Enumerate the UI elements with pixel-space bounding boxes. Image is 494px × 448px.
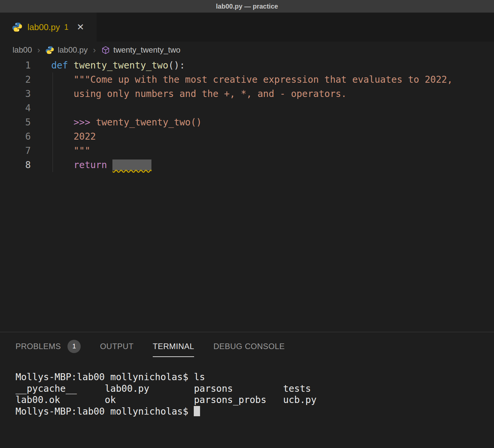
terminal-line: lab00.ok ok parsons_probs ucb.py [16,394,494,406]
code-line-content: def twenty_twenty_two(): [31,58,185,72]
code-token [68,60,74,71]
terminal[interactable]: Mollys-MBP:lab00 mollynicholas$ ls__pyca… [0,361,494,417]
code-token [51,159,73,170]
line-number: 8 [0,158,31,172]
tab-problem-count: 1 [64,23,68,32]
code-line-content: """ [31,144,90,158]
panel-tab-label: PROBLEMS [16,342,61,351]
tab-lab00py[interactable]: lab00.py 1 ✕ [0,13,97,42]
vscode-window: lab00.py — practice lab00.py 1 ✕ lab00 › [0,0,494,417]
code-line-content [31,101,51,115]
code-token [51,74,73,85]
tab-label: lab00.py [27,22,60,32]
code-token: twenty_twenty_two() [96,117,202,128]
chevron-right-icon: › [93,45,96,55]
terminal-text: Mollys-MBP:lab00 mollynicholas$ ls [16,372,205,382]
terminal-line: Mollys-MBP:lab00 mollynicholas$ ls [16,372,494,383]
code-token [107,159,113,170]
terminal-line: __pycache__ lab00.py parsons tests [16,383,494,395]
line-number: 1 [0,58,31,72]
code-lines: 1def twenty_twenty_two():2 """Come up wi… [0,58,494,172]
code-token: 2022 [73,131,96,142]
chevron-right-icon: › [37,45,40,55]
code-token: """ [73,145,90,156]
terminal-cursor [194,406,200,416]
snippet-placeholder [112,159,151,170]
code-token: return [73,159,107,170]
panel-tab-debug-console[interactable]: DEBUG CONSOLE [213,336,285,357]
bottom-panel: PROBLEMS1OUTPUTTERMINALDEBUG CONSOLE Mol… [0,332,494,417]
terminal-text: Mollys-MBP:lab00 mollynicholas$ [16,406,194,417]
problems-count-badge: 1 [67,340,81,353]
terminal-text: __pycache__ lab00.py parsons tests [16,383,311,394]
line-number: 2 [0,72,31,87]
code-token [90,117,96,128]
panel-tab-label: DEBUG CONSOLE [213,342,285,351]
code-line-content: >>> twenty_twenty_two() [31,115,202,129]
code-line-content: using only numbers and the +, *, and - o… [31,87,347,101]
line-number: 5 [0,115,31,129]
panel-tab-label: OUTPUT [100,342,134,351]
code-token: twenty_twenty_two [73,60,168,71]
code-token: def [51,60,68,71]
code-token [51,117,73,128]
code-line: 1def twenty_twenty_two(): [0,58,494,72]
titlebar: lab00.py — practice [0,0,494,13]
panel-tab-bar: PROBLEMS1OUTPUTTERMINALDEBUG CONSOLE [0,332,494,361]
line-number: 6 [0,129,31,144]
code-token: (): [168,60,185,71]
code-line: 6 2022 [0,129,494,144]
breadcrumb-symbol[interactable]: twenty_twenty_two [113,45,181,55]
code-line: 5 >>> twenty_twenty_two() [0,115,494,129]
panel-tab-output[interactable]: OUTPUT [100,336,134,357]
python-icon [45,46,54,55]
code-line: 8 return [0,158,494,172]
code-line: 3 using only numbers and the +, *, and -… [0,87,494,101]
code-line-content: 2022 [31,129,96,144]
code-line: 4 [0,101,494,115]
breadcrumb-file[interactable]: lab00.py [58,45,88,55]
close-icon[interactable]: ✕ [77,22,84,32]
window-title: lab00.py — practice [216,3,278,10]
python-icon [12,22,22,32]
code-line: 7 """ [0,144,494,158]
code-token [51,88,73,99]
tab-bar: lab00.py 1 ✕ [0,13,494,42]
code-token [51,131,73,142]
indent-guide [53,72,53,172]
code-token: """Come up with the most creative expres… [73,74,452,85]
code-line: 2 """Come up with the most creative expr… [0,72,494,87]
code-token [51,145,73,156]
terminal-text: lab00.ok ok parsons_probs ucb.py [16,394,316,405]
code-token: using only numbers and the +, *, and - o… [73,88,347,99]
symbol-cube-icon [101,46,110,55]
line-number: 4 [0,101,31,115]
line-number: 3 [0,87,31,101]
code-editor[interactable]: 1def twenty_twenty_two():2 """Come up wi… [0,58,494,332]
breadcrumb-folder[interactable]: lab00 [13,45,32,55]
line-number: 7 [0,144,31,158]
code-token: >>> [73,117,90,128]
code-line-content: """Come up with the most creative expres… [31,72,453,87]
panel-tab-terminal[interactable]: TERMINAL [153,336,194,357]
code-line-content: return [31,158,151,172]
terminal-line: Mollys-MBP:lab00 mollynicholas$ [16,406,494,418]
panel-tab-label: TERMINAL [153,342,194,351]
breadcrumb: lab00 › lab00.py › twenty_twenty_two [0,42,494,58]
panel-tab-problems[interactable]: PROBLEMS1 [16,336,81,357]
